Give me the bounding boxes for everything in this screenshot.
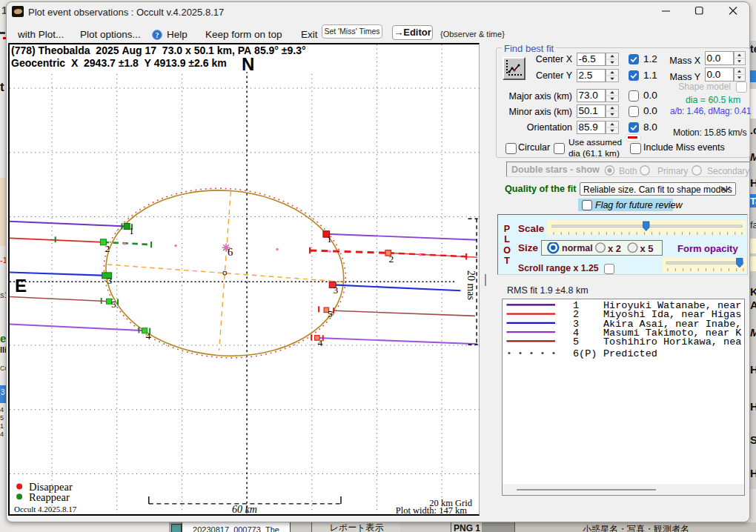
svg-text:3: 3	[334, 285, 339, 296]
svg-text:4: 4	[146, 330, 151, 342]
svg-text:5: 5	[573, 336, 579, 348]
svg-text:2: 2	[389, 253, 394, 265]
svg-text:5: 5	[111, 299, 116, 310]
svg-text:Reappear: Reappear	[29, 491, 70, 503]
svg-text:4: 4	[318, 337, 323, 348]
svg-text:20 mas: 20 mas	[465, 270, 477, 300]
svg-text:5: 5	[328, 308, 333, 319]
svg-text:2: 2	[105, 243, 110, 254]
svg-text:3: 3	[107, 275, 113, 286]
svg-text:60 km: 60 km	[232, 504, 257, 514]
svg-text:N: N	[242, 54, 254, 74]
svg-text:Toshihiro Horikawa, nea: Toshihiro Horikawa, nea	[603, 336, 741, 348]
svg-text:?: ?	[156, 31, 159, 39]
svg-text:(778) Theobalda 2025 Aug 17: (778) Theobalda 2025 Aug 17 73.0 x 50.1 …	[11, 44, 306, 56]
svg-text:Occult 4.2025.8.17: Occult 4.2025.8.17	[14, 505, 77, 513]
svg-text:1: 1	[129, 225, 134, 236]
svg-text:1: 1	[327, 233, 332, 245]
svg-text:6: 6	[228, 246, 233, 258]
svg-text:E: E	[15, 276, 27, 296]
svg-text:Plot width: 147 km: Plot width: 147 km	[396, 505, 467, 513]
svg-text:Geocentric X 2943.7 ±1.8 Y: Geocentric X 2943.7 ±1.8 Y 4913.9 ±2.6 k…	[11, 57, 227, 69]
svg-text:Predicted: Predicted	[603, 348, 657, 359]
svg-text:6(P): 6(P)	[573, 348, 597, 359]
